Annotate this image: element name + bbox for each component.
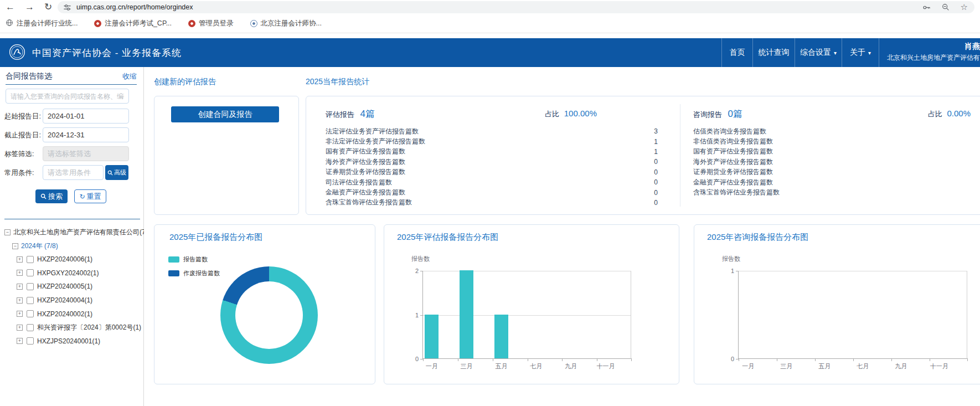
tree-item[interactable]: +和兴资评报字〔2024〕第0002号(1) (0, 321, 142, 335)
nav-item-4[interactable]: 关于▾ (842, 38, 879, 67)
stat-label: 证券期货业务评估报告篇数 (326, 167, 405, 177)
x-tick-mark (597, 358, 597, 361)
end-date-input[interactable] (43, 127, 129, 142)
refresh-icon: ↻ (79, 193, 85, 201)
y-tick-mark (420, 315, 423, 316)
stat-label: 海外资产评估业务报告篇数 (326, 157, 405, 167)
tree-item-checkbox[interactable] (27, 324, 34, 331)
tree-item[interactable]: +HXZP20240006(1) (0, 253, 142, 266)
y-axis-label: 报告数 (722, 255, 740, 263)
expand-node-icon[interactable]: + (17, 311, 23, 317)
donut-hole (235, 281, 303, 349)
donut-chart[interactable] (220, 266, 318, 364)
zoom-out-icon[interactable] (941, 3, 950, 12)
x-tick-label: 九月 (565, 362, 577, 371)
stat-label: 非法定评估业务资产评估报告篇数 (326, 137, 425, 146)
legend-item[interactable]: 作废报告篇数 (168, 269, 220, 277)
tree-item[interactable]: +HXZJPS20240001(1) (0, 335, 142, 348)
bookmark-item[interactable]: 管理员登录 (188, 19, 234, 28)
bookmark-item[interactable]: 注册会计师行业统... (6, 19, 78, 28)
tree-item-checkbox[interactable] (27, 256, 34, 263)
bar-chart-plot[interactable]: 012一月三月五月七月九月十一月 (422, 271, 631, 359)
collapse-link[interactable]: 收缩 (122, 71, 137, 81)
tree-item[interactable]: +HXPGXY2024002(1) (0, 266, 142, 280)
tag-filter-input[interactable] (43, 146, 129, 161)
stat-label: 司法评估业务报告篇数 (326, 178, 392, 187)
forward-icon[interactable]: → (25, 0, 34, 14)
filter-panel-title: 合同报告筛选 (6, 71, 52, 81)
y-tick-mark (736, 271, 739, 271)
site-info-icon[interactable] (63, 3, 71, 12)
assessment-stat-list: 法定评估业务资产评估报告篇数3非法定评估业务资产评估报告篇数1国有资产评估业务报… (326, 126, 658, 208)
yearly-stats-card: 评估报告 4篇 占比 100.00% 法定评估业务资产评估报告篇数3非法定评估业… (306, 96, 980, 215)
app-header: 中国资产评估协会 - 业务报备系统 首页统计查询综合设置▾关于▾ 肖燕 北京和兴… (0, 38, 980, 67)
stat-label: 法定评估业务资产评估报告篇数 (326, 127, 419, 136)
stat-row: 司法评估业务报告篇数0 (326, 177, 658, 187)
expand-node-icon[interactable]: + (17, 338, 23, 344)
search-button[interactable]: 搜索 (35, 189, 68, 203)
bookmark-item[interactable]: 北京注册会计师协... (250, 19, 322, 28)
tree-item-checkbox[interactable] (27, 269, 34, 276)
x-tick-mark (739, 358, 739, 361)
tree-item-checkbox[interactable] (27, 297, 34, 304)
create-contract-report-button[interactable]: 创建合同及报告 (171, 106, 279, 122)
x-tick-label: 三月 (780, 362, 792, 371)
bookmark-item[interactable]: 注册会计师考试_CP... (94, 19, 172, 28)
x-tick-mark (891, 358, 892, 361)
gridline (423, 315, 631, 316)
bar-chart-plot[interactable]: 01一月三月五月七月九月十一月 (738, 271, 967, 359)
stat-label: 金融资产评估业务报告篇数 (326, 188, 405, 197)
x-tick-mark (631, 358, 632, 361)
contract-search-input[interactable] (6, 89, 129, 104)
tree-item-checkbox[interactable] (27, 337, 34, 345)
main-content: 创建新的评估报告 创建合同及报告 2025当年报告统计 评估报告 4篇 占比 1… (144, 67, 980, 406)
bar (494, 315, 508, 359)
reset-button[interactable]: ↻ 重置 (74, 189, 106, 203)
start-date-input[interactable] (43, 109, 129, 124)
stat-label: 证券期货业务评估报告篇数 (693, 167, 773, 177)
expand-node-icon[interactable]: + (17, 270, 23, 276)
tree-item[interactable]: +HXZP20240004(1) (0, 294, 142, 307)
expand-node-icon[interactable]: + (17, 256, 23, 263)
expand-node-icon[interactable]: + (17, 297, 23, 304)
stat-label: 国有资产评估业务报告篇数 (326, 147, 405, 156)
collapse-node-icon[interactable]: − (12, 243, 18, 249)
user-org: 北京和兴土地房地产资产评估有限责任公司 (887, 53, 980, 63)
nav-item-label: 综合设置 (800, 48, 831, 58)
x-tick-mark (562, 358, 563, 361)
y-tick-label: 1 (731, 268, 734, 274)
reload-icon[interactable]: ↻ (44, 0, 52, 14)
expand-node-icon[interactable]: + (17, 325, 23, 331)
x-tick-mark (967, 358, 968, 361)
address-bar[interactable]: uimp.cas.org.cn/report/home/orgindex ☆ (58, 1, 974, 13)
tree-node-company[interactable]: − 北京和兴土地房地产资产评估有限责任公司(7/8) (0, 225, 142, 239)
nav-item-1[interactable]: 首页 (721, 38, 752, 67)
tree-item[interactable]: +HXZP20240002(1) (0, 307, 142, 321)
tree-node-year[interactable]: − 2024年 (7/8) (0, 239, 142, 253)
x-tick-label: 一月 (426, 362, 438, 371)
advanced-button[interactable]: 高级 (105, 165, 128, 180)
legend-item[interactable]: 报告篇数 (168, 255, 220, 264)
back-icon[interactable]: ← (6, 0, 15, 14)
tree-item-checkbox[interactable] (27, 310, 34, 317)
stat-row: 海外资产评估业务报告篇数 (693, 157, 953, 167)
stat-label: 非估值类咨询业务报告篇数 (693, 137, 773, 146)
stat-value: 3 (654, 127, 658, 135)
nav-item-3[interactable]: 综合设置▾ (795, 38, 842, 67)
stat-row: 法定评估业务资产评估报告篇数3 (326, 126, 658, 136)
tree-item[interactable]: +HXZP20240005(1) (0, 280, 142, 294)
bookmark-star-icon[interactable]: ☆ (961, 3, 968, 12)
collapse-node-icon[interactable]: − (4, 229, 11, 235)
tree-item-checkbox[interactable] (27, 283, 34, 290)
magnifier-icon (107, 170, 113, 176)
common-condition-input[interactable] (43, 165, 104, 180)
user-name[interactable]: 肖燕 (964, 42, 980, 52)
nav-item-2[interactable]: 统计查询 (752, 38, 795, 67)
expand-node-icon[interactable]: + (17, 284, 23, 290)
chevron-down-icon: ▾ (868, 50, 871, 56)
bookmark-label: 注册会计师考试_CP... (105, 19, 172, 28)
start-date-label: 起始报告日: (4, 112, 41, 121)
y-tick-label: 1 (415, 312, 419, 318)
stat-value: 0 (654, 178, 658, 186)
password-key-icon[interactable] (922, 3, 931, 12)
